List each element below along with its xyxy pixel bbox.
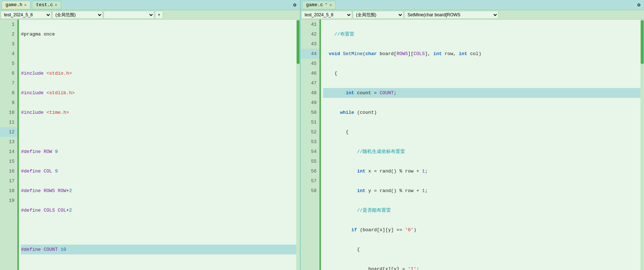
rcode-line-52: { (323, 245, 640, 254)
tab-test-c-close[interactable]: ✕ (55, 3, 57, 7)
code-line-9: #define ROWS ROW+2 (21, 186, 296, 196)
rcode-line-47: //随机生成坐标布置雷 (323, 147, 640, 157)
code-line-3: #include <stdio.h> (21, 68, 296, 78)
right-code-content[interactable]: //布置雷 void SetMine(char board[ROWS][COLS… (321, 20, 640, 270)
rln-57: 57 (301, 176, 319, 186)
rln-49: 49 (301, 98, 319, 108)
rcode-line-42: void SetMine(char board[ROWS][COLS], int… (323, 49, 640, 59)
ln-3: 3 (0, 39, 17, 49)
ln-13: 13 (0, 137, 17, 147)
ln-5: 5 (0, 59, 17, 68)
rln-52: 52 (301, 127, 319, 137)
left-toolbar-btn[interactable]: + (155, 11, 163, 19)
left-code-area: 1 2 3 4 5 6 7 8 9 10 11 12 13 14 15 16 1 (0, 20, 300, 270)
right-line-numbers: 41 42 43 44 45 46 47 48 49 50 51 52 53 5… (301, 20, 319, 270)
rcode-line-43: { (323, 68, 640, 78)
rcode-line-49: int y = rand() % row + 1; (323, 186, 640, 196)
ln-4: 4 (0, 49, 17, 59)
rln-56: 56 (301, 166, 319, 176)
right-code-area: 41 42 43 44 45 46 47 48 49 50 51 52 53 5… (301, 20, 644, 270)
tab-test-c-label: test.c (36, 2, 53, 8)
rln-43: 43 (301, 39, 319, 49)
code-line-1: #pragma once (21, 29, 296, 39)
left-scope3-select[interactable] (104, 11, 154, 19)
rln-48: 48 (301, 88, 319, 98)
tab-game-h-label: game.h (5, 2, 22, 8)
rcode-line-50: //是否能布置雷 (323, 205, 640, 215)
left-scrollbar-thumb[interactable] (297, 20, 300, 64)
rcode-line-51: if (board[x][y] == '0') (323, 225, 640, 235)
rln-54: 54 (301, 147, 319, 157)
right-tab-bar: game.c * ✕ ⚙ (301, 0, 644, 10)
right-scope3-select[interactable]: SetMine(char board[ROWS (404, 11, 498, 19)
tab-game-c-close[interactable]: ✕ (330, 3, 332, 7)
ln-11: 11 (0, 117, 17, 127)
ln-6: 6 (0, 68, 17, 78)
ln-7: 7 (0, 78, 17, 88)
left-toolbar: test_2024_5_8 (全局范围) + (0, 10, 300, 20)
rln-55: 55 (301, 157, 319, 166)
rln-46: 46 (301, 68, 319, 78)
left-gutter-bar (17, 20, 19, 270)
code-line-12: #define COUNT 10 (21, 245, 296, 254)
ln-15: 15 (0, 157, 17, 166)
rcode-line-53: board[x][y] = '1'; (323, 264, 640, 270)
ln-2: 2 (0, 29, 17, 39)
code-line-10: #define COLS COL+2 (21, 205, 296, 215)
right-scope1-select[interactable]: test_2024_5_8 (301, 11, 352, 19)
code-line-4: #include <stdlib.h> (21, 88, 296, 98)
ln-12: 12 (0, 127, 17, 137)
ln-1: 1 (0, 20, 17, 29)
left-scope1-select[interactable]: test_2024_5_8 (1, 11, 51, 19)
ln-14: 14 (0, 147, 17, 157)
rcode-line-45: while (count) (323, 108, 640, 117)
tab-game-c[interactable]: game.c * ✕ (302, 1, 336, 9)
tab-game-c-modified: * (325, 2, 328, 8)
left-scope2-select[interactable]: (全局范围) (52, 11, 103, 19)
right-toolbar: test_2024_5_8 (全局范围) SetMine(char board[… (301, 10, 644, 20)
rln-58: 58 (301, 186, 319, 196)
ln-18: 18 (0, 186, 17, 196)
left-tab-bar: game.h ✕ test.c ✕ ⚙ (0, 0, 300, 10)
code-line-7: #define ROW 9 (21, 147, 296, 157)
rln-42: 42 (301, 29, 319, 39)
ln-9: 9 (0, 98, 17, 108)
tab-test-c[interactable]: test.c ✕ (32, 1, 61, 9)
right-scrollbar[interactable] (640, 20, 644, 270)
rln-41: 41 (301, 20, 319, 29)
right-settings-icon[interactable]: ⚙ (635, 2, 643, 8)
rln-47: 47 (301, 78, 319, 88)
left-code-content[interactable]: #pragma once #include <stdio.h> #include… (19, 20, 296, 270)
rcode-line-46: { (323, 127, 640, 137)
left-scrollbar[interactable] (296, 20, 300, 270)
ln-19: 19 (0, 196, 17, 205)
code-line-13 (21, 264, 296, 270)
code-line-5: #include <time.h> (21, 108, 296, 117)
left-line-numbers: 1 2 3 4 5 6 7 8 9 10 11 12 13 14 15 16 1 (0, 20, 17, 270)
left-settings-icon[interactable]: ⚙ (291, 2, 298, 8)
rln-51: 51 (301, 117, 319, 127)
ln-16: 16 (0, 166, 17, 176)
rln-53: 53 (301, 137, 319, 147)
code-line-11 (21, 225, 296, 235)
ln-17: 17 (0, 176, 17, 186)
tab-game-c-label: game.c (306, 2, 323, 8)
ln-8: 8 (0, 88, 17, 98)
ln-10: 10 (0, 108, 17, 117)
rln-50: 50 (301, 108, 319, 117)
code-line-8: #define COL 9 (21, 166, 296, 176)
right-scope2-select[interactable]: (全局范围) (353, 11, 403, 19)
code-line-2 (21, 49, 296, 59)
tab-game-h[interactable]: game.h ✕ (1, 1, 30, 9)
rln-45: 45 (301, 59, 319, 68)
tab-game-h-close[interactable]: ✕ (24, 3, 27, 7)
rcode-line-48: int x = rand() % row + 1; (323, 166, 640, 176)
rln-44: 44 (301, 49, 319, 59)
code-line-6 (21, 127, 296, 137)
right-scrollbar-thumb[interactable] (641, 20, 644, 64)
rcode-line-41: //布置雷 (323, 29, 640, 39)
rcode-line-44: int count = COUNT; (323, 88, 640, 98)
